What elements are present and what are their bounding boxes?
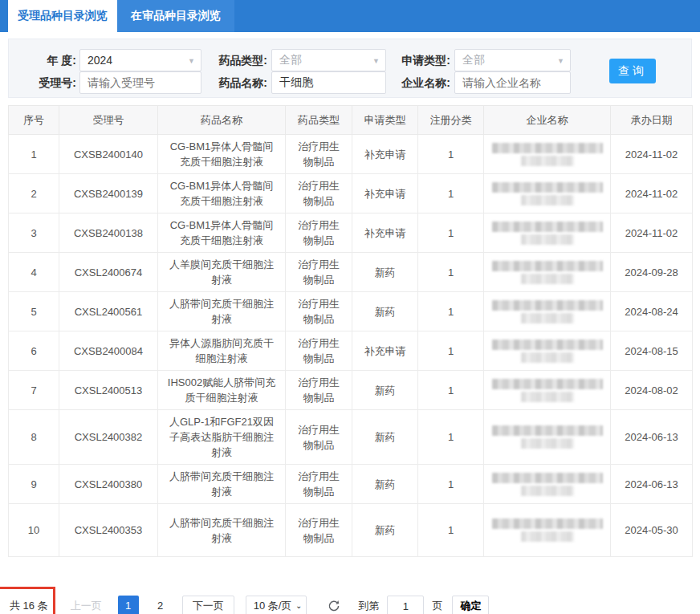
cell-drug-type: 治疗用生物制品 [286, 253, 352, 292]
cell-drug-name: 人脐带间充质干细胞注射液 [158, 504, 286, 557]
cell-apply-type: 新药 [352, 410, 418, 465]
column-header: 药品名称 [158, 106, 286, 135]
cell-drug-name: CG-BM1异体人骨髓间充质干细胞注射液 [158, 174, 286, 213]
page-size-value: 10 条/页 [254, 600, 292, 612]
cell-company-censored [484, 253, 611, 292]
table-row: 7CXSL2400513IHS002赋能人脐带间充质干细胞注射液治疗用生物制品新… [9, 371, 693, 410]
cell-reg-class: 1 [418, 253, 484, 292]
table-row: 10CXSL2400353人脐带间充质干细胞注射液治疗用生物制品新药12024-… [9, 504, 693, 557]
cell-index: 4 [9, 253, 59, 292]
censored-company-block [487, 379, 607, 402]
table-row: 5CXSL2400561人脐带间充质干细胞注射液治疗用生物制品新药12024-0… [9, 292, 693, 331]
tab-under-review-catalog[interactable]: 在审品种目录浏览 [117, 0, 234, 32]
cell-date: 2024-11-02 [611, 174, 693, 213]
cell-company-censored [484, 213, 611, 253]
cell-date: 2024-06-13 [611, 465, 693, 504]
cell-drug-type: 治疗用生物制品 [286, 135, 352, 174]
cell-acceptance-no: CXSL2400380 [59, 465, 158, 504]
cell-drug-type: 治疗用生物制品 [286, 213, 352, 253]
censored-company-block [487, 182, 607, 205]
cell-index: 3 [9, 213, 59, 253]
tab-accepted-catalog[interactable]: 受理品种目录浏览 [8, 0, 117, 32]
cell-company-censored [484, 292, 611, 331]
cell-reg-class: 1 [418, 174, 484, 213]
column-header: 注册分类 [418, 106, 484, 135]
column-header: 申请类型 [352, 106, 418, 135]
page-size-select[interactable]: 10 条/页 ⌄ [246, 596, 307, 614]
censored-company-block [487, 222, 607, 245]
cell-drug-name: 人羊膜间充质干细胞注射液 [158, 253, 286, 292]
next-page-button[interactable]: 下一页 [182, 596, 234, 614]
cell-acceptance-no: CXSL2400513 [59, 371, 158, 410]
cell-index: 9 [9, 465, 59, 504]
cell-date: 2024-09-28 [611, 253, 693, 292]
drug-name-label: 药品名称: [210, 71, 267, 94]
goto-page-unit-label: 页 [432, 599, 442, 613]
refresh-icon[interactable] [328, 600, 340, 612]
acceptance-no-input[interactable] [79, 71, 201, 94]
drug-type-select[interactable]: 全部 ▼ [271, 49, 386, 71]
cell-index: 6 [9, 331, 59, 371]
prev-page-button[interactable]: 上一页 [66, 599, 107, 613]
table-row: 3CXSB2400138CG-BM1异体人骨髓间充质干细胞注射液治疗用生物制品补… [9, 213, 693, 253]
cell-apply-type: 新药 [352, 504, 418, 557]
cell-reg-class: 1 [418, 504, 484, 557]
goto-confirm-button[interactable]: 确定 [452, 596, 489, 614]
total-count-label: 共 16 条 [10, 599, 48, 613]
cell-apply-type: 新药 [352, 371, 418, 410]
cell-drug-type: 治疗用生物制品 [286, 174, 352, 213]
cell-apply-type: 新药 [352, 253, 418, 292]
chevron-down-icon: ▼ [372, 57, 380, 65]
column-header: 药品类型 [286, 106, 352, 135]
censored-company-block [487, 425, 607, 449]
cell-drug-name: 人GLP-1和FGF21双因子高表达脂肪干细胞注射液 [158, 410, 286, 465]
apply-type-select[interactable]: 全部 ▼ [454, 49, 571, 71]
cell-date: 2024-05-30 [611, 504, 693, 557]
company-name-input[interactable] [454, 71, 571, 94]
cell-drug-name: 人脐带间充质干细胞注射液 [158, 465, 286, 504]
page-button-2[interactable]: 2 [150, 596, 171, 614]
column-header: 承办日期 [611, 106, 693, 135]
cell-apply-type: 补充申请 [352, 213, 418, 253]
cell-index: 8 [9, 410, 59, 465]
table-row: 4CXSL2400674人羊膜间充质干细胞注射液治疗用生物制品新药12024-0… [9, 253, 693, 292]
cell-drug-name: CG-BM1异体人骨髓间充质干细胞注射液 [158, 135, 286, 174]
year-select[interactable]: 2024 ▼ [79, 49, 201, 71]
cell-drug-type: 治疗用生物制品 [286, 292, 352, 331]
pagination-bar: 共 16 条 上一页 1 2 下一页 10 条/页 ⌄ 到第 页 确定 [8, 595, 692, 614]
goto-page-input[interactable] [387, 596, 424, 614]
cell-company-censored [484, 504, 611, 557]
cell-company-censored [484, 174, 611, 213]
query-button[interactable]: 查询 [609, 59, 656, 83]
cell-index: 10 [9, 504, 59, 557]
cell-acceptance-no: CXSL2400561 [59, 292, 158, 331]
year-value: 2024 [88, 54, 112, 67]
year-label: 年 度: [20, 49, 76, 71]
table-header-row: 序号受理号药品名称药品类型申请类型注册分类企业名称承办日期 [9, 106, 693, 135]
tab-bar: 受理品种目录浏览 在审品种目录浏览 [0, 0, 700, 32]
cell-reg-class: 1 [418, 331, 484, 371]
censored-company-block [487, 300, 607, 323]
cell-company-censored [484, 465, 611, 504]
table-row: 9CXSL2400380人脐带间充质干细胞注射液治疗用生物制品新药12024-0… [9, 465, 693, 504]
page-button-1[interactable]: 1 [118, 596, 139, 614]
table-row: 1CXSB2400140CG-BM1异体人骨髓间充质干细胞注射液治疗用生物制品补… [9, 135, 693, 174]
censored-company-block [487, 518, 607, 542]
censored-company-block [487, 473, 607, 496]
chevron-down-icon: ▼ [557, 57, 564, 65]
table-row: 2CXSB2400139CG-BM1异体人骨髓间充质干细胞注射液治疗用生物制品补… [9, 174, 693, 213]
drug-name-input[interactable] [271, 71, 386, 94]
cell-index: 5 [9, 292, 59, 331]
cell-acceptance-no: CXSB2400139 [59, 174, 158, 213]
table-row: 6CXSB2400084异体人源脂肪间充质干细胞注射液治疗用生物制品补充申请12… [9, 331, 693, 371]
cell-index: 7 [9, 371, 59, 410]
apply-type-value: 全部 [462, 53, 485, 67]
cell-company-censored [484, 331, 611, 371]
cell-company-censored [484, 135, 611, 174]
censored-company-block [487, 143, 607, 166]
cell-reg-class: 1 [418, 371, 484, 410]
cell-drug-name: CG-BM1异体人骨髓间充质干细胞注射液 [158, 213, 286, 253]
cell-reg-class: 1 [418, 292, 484, 331]
results-table: 序号受理号药品名称药品类型申请类型注册分类企业名称承办日期 1CXSB24001… [8, 105, 692, 557]
cell-acceptance-no: CXSL2400382 [59, 410, 158, 465]
